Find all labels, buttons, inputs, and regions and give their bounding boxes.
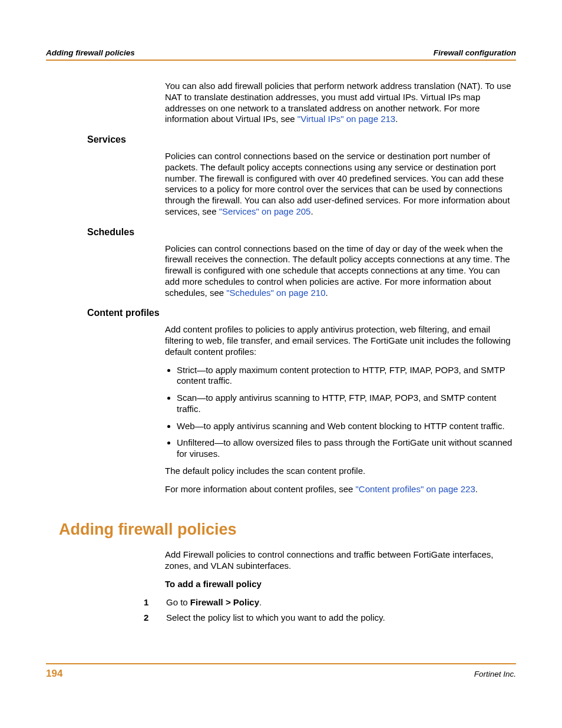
services-block: Policies can control connections based o… — [165, 151, 516, 218]
link-schedules[interactable]: "Schedules" on page 210 — [226, 288, 325, 298]
content-profiles-block: Add content profiles to policies to appl… — [165, 324, 516, 495]
list-item: Scan—to apply antivirus scanning to HTTP… — [177, 393, 516, 415]
procedure-heading: To add a firewall policy — [165, 579, 516, 590]
heading-adding-firewall-policies: Adding firewall policies — [59, 521, 516, 539]
link-content-profiles[interactable]: "Content profiles" on page 223 — [356, 484, 475, 494]
body-text: Policies can control connections based o… — [165, 151, 516, 218]
heading-services: Services — [87, 134, 516, 145]
header-right: Firewall configuration — [434, 48, 516, 57]
page-number: 194 — [46, 668, 62, 680]
body-text: Add content profiles to policies to appl… — [165, 324, 516, 357]
adding-block: Add Firewall policies to control connect… — [165, 549, 516, 624]
step-row: 2 Select the policy list to which you wa… — [143, 612, 516, 624]
schedules-block: Policies can control connections based o… — [165, 243, 516, 299]
step-row: 1 Go to Firewall > Policy. — [143, 597, 516, 608]
running-header: Adding firewall policies Firewall config… — [46, 48, 516, 61]
list-item: Unfiltered—to allow oversized files to p… — [177, 437, 516, 460]
footer-company: Fortinet Inc. — [474, 670, 516, 678]
header-left: Adding firewall policies — [46, 48, 135, 57]
running-footer: 194 Fortinet Inc. — [46, 663, 516, 680]
step-list: 1 Go to Firewall > Policy. 2 Select the … — [143, 597, 516, 624]
step-text: Select the policy list to which you want… — [166, 612, 385, 624]
body-text: Add Firewall policies to control connect… — [165, 549, 516, 572]
body-text: The default policy includes the scan con… — [165, 466, 516, 477]
step-text: Go to Firewall > Policy. — [166, 597, 262, 608]
intro-block: You can also add firewall policies that … — [165, 81, 516, 125]
step-number: 2 — [143, 612, 166, 624]
list-item: Web—to apply antivirus scanning and Web … — [177, 421, 516, 432]
heading-schedules: Schedules — [87, 227, 516, 238]
content-profiles-list: Strict—to apply maximum content protecti… — [165, 365, 516, 460]
body-text: Policies can control connections based o… — [165, 243, 516, 299]
link-virtual-ips[interactable]: "Virtual IPs" on page 213 — [297, 114, 395, 124]
heading-content-profiles: Content profiles — [87, 308, 516, 318]
body-text: You can also add firewall policies that … — [165, 81, 516, 125]
link-services[interactable]: "Services" on page 205 — [219, 206, 311, 216]
document-page: Adding firewall policies Firewall config… — [0, 0, 562, 728]
list-item: Strict—to apply maximum content protecti… — [177, 365, 516, 387]
step-number: 1 — [143, 597, 166, 608]
body-text: For more information about content profi… — [165, 484, 516, 495]
